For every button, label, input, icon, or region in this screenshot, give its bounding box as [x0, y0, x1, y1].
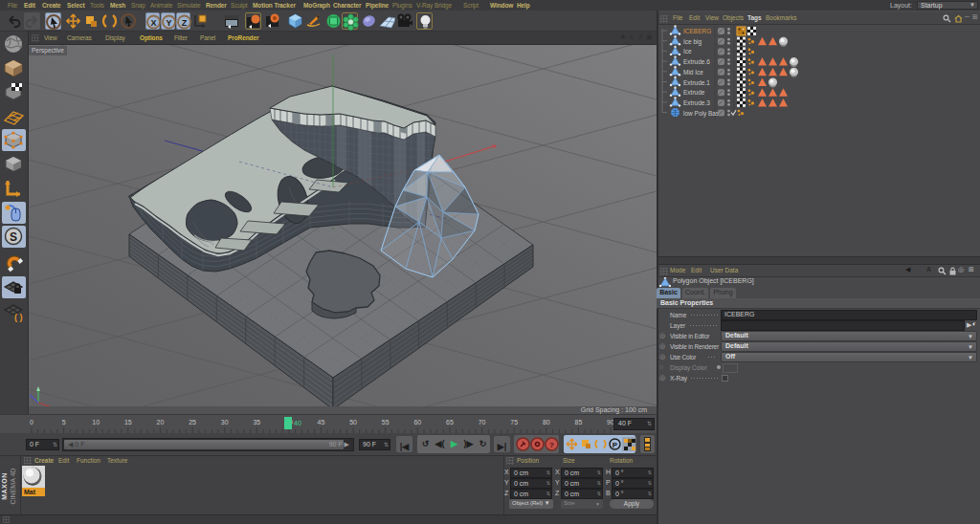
svg-text:Extrude.3: Extrude.3 — [683, 99, 710, 106]
svg-text:Extrude: Extrude — [683, 89, 705, 96]
svg-text:45: 45 — [318, 419, 325, 426]
svg-text:Ice big: Ice big — [683, 38, 702, 46]
svg-text:75: 75 — [510, 419, 518, 426]
svg-text:20: 20 — [157, 419, 165, 426]
svg-text:0: 0 — [30, 419, 33, 426]
svg-text:30: 30 — [221, 419, 229, 426]
svg-text:10: 10 — [92, 419, 100, 426]
svg-text:Extrude.6: Extrude.6 — [683, 58, 710, 65]
svg-text:low Poly Base: low Poly Base — [683, 110, 723, 118]
svg-text:?: ? — [549, 441, 554, 449]
svg-text:55: 55 — [382, 419, 390, 426]
svg-text:Mid Ice: Mid Ice — [683, 69, 703, 76]
svg-text:5: 5 — [62, 419, 66, 426]
svg-text:Ice: Ice — [683, 48, 692, 55]
svg-text:40: 40 — [294, 420, 301, 426]
svg-text:X: X — [150, 18, 156, 28]
svg-text:60: 60 — [413, 419, 421, 426]
svg-text:P: P — [612, 441, 618, 449]
svg-text:50: 50 — [349, 419, 357, 426]
svg-text:S: S — [10, 230, 17, 244]
svg-text:ICEBERG: ICEBERG — [683, 28, 711, 34]
svg-text:( ): ( ) — [14, 313, 23, 322]
svg-text:65: 65 — [446, 419, 454, 426]
svg-text:15: 15 — [124, 419, 132, 426]
svg-text:Y: Y — [166, 18, 171, 28]
svg-text:25: 25 — [189, 419, 196, 426]
svg-text:Z: Z — [182, 18, 188, 28]
svg-text:85: 85 — [575, 419, 583, 426]
svg-text:Mat: Mat — [24, 489, 36, 495]
svg-text:35: 35 — [253, 419, 260, 426]
svg-text:80: 80 — [543, 419, 550, 426]
svg-text:Extrude.1: Extrude.1 — [683, 79, 710, 86]
svg-text:70: 70 — [479, 419, 486, 426]
